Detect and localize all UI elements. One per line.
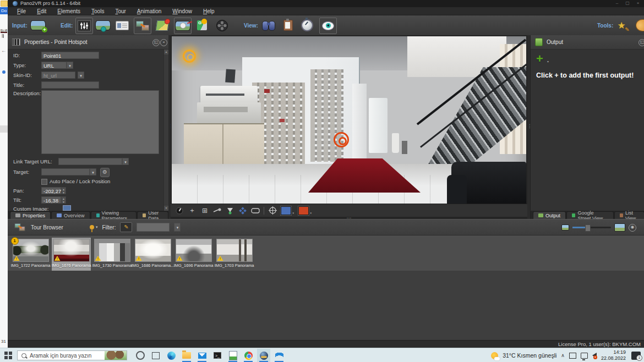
custom-image-button[interactable] [63, 205, 71, 211]
street-view-icon[interactable] [194, 18, 210, 33]
user-data-icon[interactable] [114, 18, 130, 33]
pano2vr-taskbar-button[interactable] [257, 349, 270, 362]
panel-menu-icon[interactable]: ◉ [629, 224, 636, 232]
float-panel-icon[interactable]: ◱ [152, 39, 160, 46]
hotspot-tool-icon[interactable] [226, 206, 234, 215]
tab-user-data[interactable]: User Data [137, 211, 168, 219]
menu-animation[interactable]: Animation [132, 8, 166, 14]
pan-input[interactable]: -202,27 [41, 187, 61, 194]
network-tray-icon[interactable] [581, 353, 588, 359]
preview-icon[interactable] [319, 18, 337, 34]
chevron-down-icon[interactable]: ▾ [547, 59, 549, 63]
target-dropdown[interactable] [41, 168, 90, 175]
add-output-button[interactable]: + [536, 54, 547, 65]
scroll-up-icon[interactable]: ▲ [164, 50, 168, 54]
scroll-down-icon[interactable]: ▼ [164, 206, 168, 211]
tour-panorama-thumbnail[interactable]: !IMG_1676 Panorama [52, 238, 91, 271]
tour-panorama-thumbnail[interactable]: !IMG_1703 Panorama [215, 238, 254, 271]
paint-tool-icon[interactable] [634, 18, 644, 33]
viewing-parameters-icon[interactable] [95, 18, 111, 33]
target-view-icon[interactable] [268, 206, 277, 215]
find-icon[interactable] [260, 18, 277, 33]
task-view-button[interactable] [149, 349, 162, 362]
link-target-url-input[interactable] [58, 158, 122, 165]
float-panel-icon[interactable]: ◱ [638, 39, 644, 46]
menu-tour[interactable]: Tour [110, 8, 130, 14]
tour-panorama-thumbnail[interactable]: !IMG_1696 Panorama [174, 238, 213, 271]
menu-file[interactable]: File [12, 8, 31, 14]
grid-color-swatch[interactable]: ▾ [281, 206, 291, 215]
tour-panorama-thumbnail[interactable]: 1!IMG_1722 Panorama [11, 238, 50, 271]
tour-panorama-thumbnail[interactable]: !IMG_1686 Panorama... [133, 238, 172, 271]
panorama-thumbnail-image[interactable]: ! [94, 239, 130, 262]
close-panel-icon[interactable]: × [160, 39, 167, 46]
pin-tool-icon[interactable] [213, 206, 222, 215]
panorama-thumbnail-image[interactable]: ! [216, 239, 253, 262]
app-button[interactable] [272, 349, 286, 362]
search-highlight-image[interactable] [105, 351, 127, 360]
close-button[interactable]: × [633, 0, 643, 7]
calc-button[interactable] [226, 349, 239, 362]
skin-id-dropdown[interactable]: ht_url [41, 72, 75, 79]
cortana-button[interactable] [134, 349, 147, 362]
device-tray-icon[interactable] [569, 353, 576, 359]
animation-editor-icon[interactable] [214, 18, 230, 33]
chevron-down-icon[interactable]: ▾ [174, 223, 181, 232]
menu-tools[interactable]: Tools [86, 8, 109, 14]
tab-overview[interactable]: Overview [51, 211, 90, 219]
grid-icon[interactable]: ⊞ [200, 206, 209, 215]
pencil-icon[interactable]: ✎ [120, 222, 132, 232]
panorama-thumbnail-image[interactable]: 1! [13, 239, 49, 262]
patch-tool-icon[interactable] [238, 206, 247, 215]
gear-icon[interactable]: ⚙ [100, 168, 110, 177]
skin-editor-icon[interactable]: ★ [613, 18, 630, 33]
properties-scrollbar[interactable]: ▲ ▼ [163, 50, 168, 211]
type-dropdown[interactable]: URL [41, 62, 67, 69]
terminal-button[interactable]: >_ [211, 349, 224, 362]
tab-google-street-view[interactable]: Google Street View [566, 211, 614, 219]
description-textarea[interactable] [41, 90, 159, 154]
add-panorama-icon[interactable]: + [30, 18, 46, 33]
panorama-thumbnail-image[interactable]: ! [53, 239, 90, 262]
start-button[interactable] [4, 352, 12, 359]
tab-viewing-parameters[interactable]: Viewing Parameters [91, 211, 137, 219]
slider-handle[interactable] [585, 224, 591, 232]
pegman-filter-button[interactable]: ▾ [90, 225, 98, 229]
tour-browser-empty-area[interactable] [8, 271, 644, 340]
tour-panorama-thumbnail[interactable]: !IMG_1730 Panorama [92, 238, 132, 271]
properties-panel-header[interactable]: Properties - Point Hotspot ◱ × [8, 35, 168, 50]
crosshair-icon[interactable]: ＋ [188, 206, 197, 215]
search-input[interactable]: Aramak için buraya yazın [17, 350, 127, 360]
menu-edit[interactable]: Edit [32, 8, 51, 14]
properties-icon[interactable] [75, 18, 93, 34]
patch-input-icon[interactable] [174, 18, 192, 34]
filter-dropdown[interactable] [137, 223, 170, 232]
volume-muted-icon[interactable]: × [592, 353, 597, 358]
menu-window[interactable]: Window [167, 8, 197, 14]
chevron-down-icon[interactable]: ▾ [67, 62, 73, 69]
hotspot-color-swatch[interactable]: ▾ [298, 206, 309, 215]
map-editor-icon[interactable] [154, 18, 171, 33]
weather-text[interactable]: 31°C Kısmen güneşli [503, 352, 556, 359]
time-machine-icon[interactable] [299, 18, 315, 33]
chevron-down-icon[interactable]: ▾ [90, 168, 96, 175]
edge-button[interactable] [165, 349, 178, 362]
panorama-image[interactable] [172, 36, 526, 204]
id-input[interactable]: Point01 [41, 52, 99, 59]
thumbnail-size-slider[interactable] [572, 227, 611, 228]
zoom-out-thumbnail-icon[interactable] [561, 224, 569, 231]
title-bar[interactable]: Pano2VR pro 6.1.14 - 64bit – ▢ × [8, 0, 644, 7]
panorama-mode-icon[interactable] [251, 206, 260, 215]
title-input[interactable] [41, 81, 99, 89]
tab-output[interactable]: Output [533, 211, 566, 219]
zoom-in-thumbnail-icon[interactable] [614, 223, 625, 232]
tilt-spinner[interactable]: ▴▾ [61, 196, 66, 204]
weather-icon[interactable] [491, 352, 498, 359]
menu-help[interactable]: Help [198, 8, 220, 14]
tab-properties[interactable]: Properties [10, 211, 51, 219]
tour-map-icon[interactable] [134, 18, 151, 34]
point-hotspot-gold-icon[interactable] [183, 50, 196, 63]
maximize-button[interactable]: ▢ [623, 0, 632, 7]
auto-place-checkbox[interactable] [41, 179, 47, 185]
chevron-down-icon[interactable]: ▾ [78, 72, 84, 79]
